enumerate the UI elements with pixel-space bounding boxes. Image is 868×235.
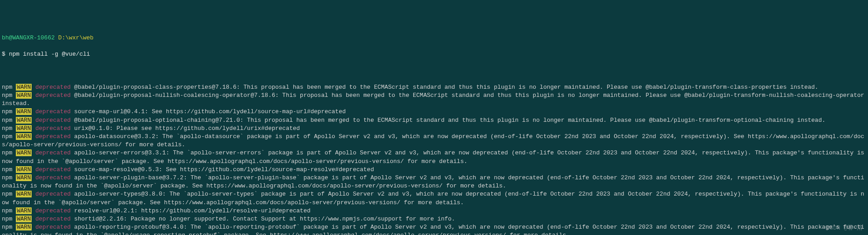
blank-line — [2, 67, 866, 75]
warn-badge: WARN — [16, 149, 32, 156]
deprecated-label: deprecated — [35, 174, 71, 181]
warning-line: npm WARN deprecated urix@0.1.0: Please s… — [2, 125, 866, 133]
deprecated-label: deprecated — [35, 125, 71, 132]
deprecated-label: deprecated — [35, 224, 71, 230]
prompt-symbol: $ — [2, 51, 5, 58]
deprecated-label: deprecated — [35, 149, 71, 156]
deprecated-label: deprecated — [35, 166, 71, 173]
warn-badge: WARN — [16, 84, 32, 91]
prompt-line: bh@WANGXR-10662 D:\wxr\web — [2, 34, 866, 42]
warning-message: @babel/plugin-proposal-class-properties@… — [74, 84, 818, 91]
warning-line: npm WARN deprecated apollo-datasource@3.… — [2, 133, 866, 149]
warning-message: source-map-url@0.4.1: See https://github… — [74, 108, 346, 115]
warning-message: resolve-url@0.2.1: https://github.com/ly… — [74, 207, 311, 214]
warn-badge: WARN — [16, 166, 32, 173]
npm-label: npm — [2, 216, 12, 222]
warning-line: npm WARN deprecated shortid@2.2.16: Pack… — [2, 215, 866, 223]
prompt-path: D:\wxr\web — [58, 34, 94, 41]
deprecated-label: deprecated — [35, 92, 71, 99]
deprecated-label: deprecated — [35, 191, 71, 197]
warn-badge: WARN — [16, 108, 32, 115]
warning-line: npm WARN deprecated @babel/plugin-propos… — [2, 91, 866, 108]
warning-message: apollo-server-plugin-base@3.7.2: The `ap… — [2, 174, 864, 189]
warning-line: npm WARN deprecated @babel/plugin-propos… — [2, 83, 866, 91]
npm-label: npm — [2, 174, 12, 181]
prompt-host: bh@WANGXR-10662 — [2, 34, 55, 41]
warning-message: @babel/plugin-proposal-optional-chaining… — [74, 117, 826, 124]
warn-badge: WARN — [16, 133, 32, 140]
warning-line: npm WARN deprecated source-map-url@0.4.1… — [2, 108, 866, 116]
warning-message: @babel/plugin-proposal-nullish-coalescin… — [2, 92, 868, 107]
warning-line: npm WARN deprecated apollo-server-types@… — [2, 190, 866, 206]
npm-label: npm — [2, 133, 12, 140]
warn-badge: WARN — [16, 191, 32, 197]
warn-badge: WARN — [16, 224, 32, 230]
deprecated-label: deprecated — [35, 207, 71, 214]
deprecated-label: deprecated — [35, 117, 71, 124]
deprecated-label: deprecated — [35, 216, 71, 222]
warn-badge: WARN — [16, 92, 32, 99]
npm-label: npm — [2, 92, 12, 99]
npm-label: npm — [2, 117, 12, 124]
warning-line: npm WARN deprecated apollo-server-errors… — [2, 149, 866, 165]
deprecated-label: deprecated — [35, 133, 71, 140]
command-text: npm install -g @vue/cli — [9, 51, 90, 58]
npm-label: npm — [2, 84, 12, 91]
deprecated-label: deprecated — [35, 84, 71, 91]
npm-label: npm — [2, 224, 12, 230]
warning-message: apollo-reporting-protobuf@3.4.0: The `ap… — [2, 224, 864, 235]
warning-line: npm WARN deprecated resolve-url@0.2.1: h… — [2, 207, 866, 215]
warning-message: urix@0.1.0: Please see https://github.co… — [74, 125, 300, 132]
warning-line: npm WARN deprecated @babel/plugin-propos… — [2, 116, 866, 125]
warning-message: apollo-server-errors@3.3.1: The `apollo-… — [2, 149, 868, 164]
npm-label: npm — [2, 125, 12, 132]
warn-badge: WARN — [16, 207, 32, 214]
npm-label: npm — [2, 166, 12, 173]
warning-message: apollo-datasource@3.3.2: The `apollo-dat… — [2, 133, 864, 148]
npm-label: npm — [2, 149, 12, 156]
deprecated-label: deprecated — [35, 108, 71, 115]
npm-label: npm — [2, 207, 12, 214]
warn-badge: WARN — [16, 216, 32, 222]
warn-badge: WARN — [16, 174, 32, 181]
warning-message: source-map-resolve@0.5.3: See https://gi… — [74, 166, 374, 173]
warning-line: npm WARN deprecated apollo-reporting-pro… — [2, 223, 866, 235]
npm-label: npm — [2, 108, 12, 115]
terminal-output[interactable]: bh@WANGXR-10662 D:\wxr\web $ npm install… — [0, 16, 868, 235]
warn-badge: WARN — [16, 125, 32, 132]
warning-message: apollo-server-types@3.8.0: The `apollo-s… — [2, 191, 864, 206]
warning-message: shortid@2.2.16: Package no longer suppor… — [74, 216, 455, 222]
warn-badge: WARN — [16, 117, 32, 124]
command-line: $ npm install -g @vue/cli — [2, 50, 866, 58]
warning-line: npm WARN deprecated apollo-server-plugin… — [2, 174, 866, 190]
warning-line: npm WARN deprecated source-map-resolve@0… — [2, 166, 866, 174]
npm-label: npm — [2, 191, 12, 197]
